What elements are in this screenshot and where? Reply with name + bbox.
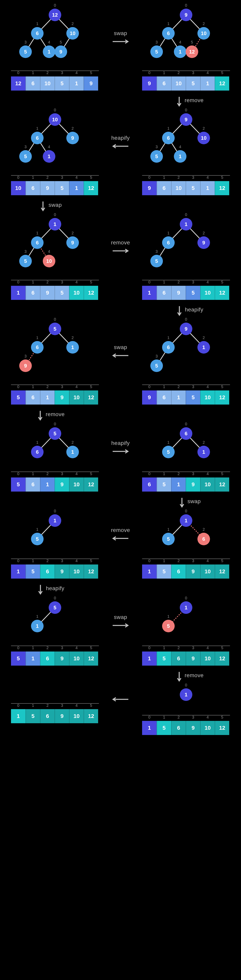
tree-node: 16 xyxy=(162,236,175,249)
array-cell: 09 xyxy=(142,390,156,404)
tree-node: 39 xyxy=(19,360,32,372)
array-index: 2 xyxy=(177,70,180,75)
array-index: 3 xyxy=(192,175,194,180)
tree-node: 01 xyxy=(180,688,192,701)
array-cell: 010 xyxy=(11,181,26,195)
separator xyxy=(142,70,230,71)
array-cell: 01 xyxy=(142,652,156,666)
array-cell: 16 xyxy=(26,181,40,195)
operation-label: remove xyxy=(111,240,130,246)
array-index: 2 xyxy=(46,175,48,180)
array-cell: 512 xyxy=(215,390,229,404)
tree-node: 41 xyxy=(43,46,55,58)
array-cell: 35 xyxy=(186,181,200,195)
tree-node: 16 xyxy=(162,132,175,144)
heap-panel: 01 15 01152639410512 xyxy=(4,514,106,579)
step-row: 01 16 29 35 410 01162935410512 remove 01… xyxy=(0,217,241,300)
array-index: 1 xyxy=(163,385,165,389)
array-index: 2 xyxy=(46,280,48,285)
heap-tree: 05 11 xyxy=(4,601,106,642)
array-cell: 35 xyxy=(54,286,69,300)
array-index: 2 xyxy=(177,385,180,389)
array-index: 3 xyxy=(61,703,63,708)
heap-panel: 05 16 21 05162139410512 xyxy=(4,426,106,492)
array-cell: 512 xyxy=(84,181,98,195)
node-index: 3 xyxy=(155,145,158,149)
vertical-transition: swap xyxy=(0,195,241,217)
node-index: 1 xyxy=(36,126,38,131)
node-index: 3 xyxy=(24,249,27,254)
array-index: 5 xyxy=(90,703,92,708)
tree-node: 09 xyxy=(180,323,192,335)
array-index: 4 xyxy=(75,703,78,708)
array-cell: 09 xyxy=(142,181,156,195)
array-index: 4 xyxy=(75,280,78,285)
separator xyxy=(142,175,230,176)
array-cell: 15 xyxy=(156,652,171,666)
node-index: 0 xyxy=(185,683,187,687)
tree-node: 29 xyxy=(198,236,210,249)
array-index: 2 xyxy=(177,280,180,285)
separator xyxy=(11,70,99,71)
tree-node: 210 xyxy=(198,132,210,144)
tree-node: 05 xyxy=(49,427,61,440)
array-index: 3 xyxy=(192,715,194,719)
node-index: 1 xyxy=(167,336,169,340)
tree-node: 16 xyxy=(162,27,175,40)
tree-node: 16 xyxy=(31,132,43,144)
after-transition: remove xyxy=(176,95,204,108)
step-transition: remove xyxy=(110,514,131,555)
array-cell: 41 xyxy=(200,181,215,195)
array-index: 4 xyxy=(206,558,209,563)
node-index: 2 xyxy=(203,336,205,340)
tree-node: 21 xyxy=(66,446,79,458)
array-cell: 512 xyxy=(215,286,229,300)
heap-tree: 09 16 21 35 xyxy=(135,322,237,381)
heap-tree xyxy=(4,687,106,699)
array-index: 4 xyxy=(206,70,209,75)
array-cell: 26 xyxy=(171,652,186,666)
array-index: 3 xyxy=(192,558,194,563)
array-cell: 512 xyxy=(84,709,98,723)
array-cell: 16 xyxy=(26,477,40,492)
array-index: 3 xyxy=(61,646,63,650)
node-index: 2 xyxy=(72,126,73,131)
array-index: 5 xyxy=(221,558,223,563)
tree-node: 21 xyxy=(198,446,210,458)
tree-node: 210 xyxy=(66,27,79,40)
step-row: 01152639410512 01 01152639410512 xyxy=(0,687,241,735)
array-index: 4 xyxy=(75,385,78,389)
array-index: 0 xyxy=(17,280,19,285)
heap-panel: 01 16 29 35 410 01162935410512 xyxy=(4,217,106,300)
tree-node: 29 xyxy=(66,132,79,144)
array-index: 5 xyxy=(221,280,223,285)
tree-node: 01 xyxy=(180,514,192,527)
separator xyxy=(142,558,230,559)
tree-node: 09 xyxy=(180,9,192,21)
vertical-transition: swap xyxy=(0,492,241,514)
array-cell: 29 xyxy=(40,181,54,195)
heap-array: 09162103541512 xyxy=(142,76,237,91)
node-index: 2 xyxy=(72,231,73,235)
node-index: 2 xyxy=(72,336,73,340)
array-index: 2 xyxy=(46,558,48,563)
array-cell: 512 xyxy=(215,477,229,492)
step-transition: swap xyxy=(110,601,131,642)
node-index: 0 xyxy=(54,596,56,600)
tree-node: 59 xyxy=(54,46,67,58)
heap-panel: 012 16 210 35 41 59 01216210354159 xyxy=(4,8,106,91)
operation-label: heapify xyxy=(185,307,203,313)
heap-tree: 01 xyxy=(135,687,237,711)
tree-node: 05 xyxy=(49,601,61,614)
array-cell: 410 xyxy=(200,390,215,404)
array-cell: 15 xyxy=(156,565,171,579)
array-cell: 15 xyxy=(26,709,40,723)
node-index: 2 xyxy=(203,440,205,445)
array-cell: 410 xyxy=(69,477,84,492)
tree-node: 41 xyxy=(174,150,187,163)
node-index: 0 xyxy=(185,212,187,217)
heap-panel: 09 16 210 35 41 09162103541512 xyxy=(135,113,237,195)
array-index: 0 xyxy=(148,280,150,285)
heap-panel: 05 16 21 39 05162139410512 xyxy=(4,322,106,404)
separator xyxy=(11,472,99,472)
